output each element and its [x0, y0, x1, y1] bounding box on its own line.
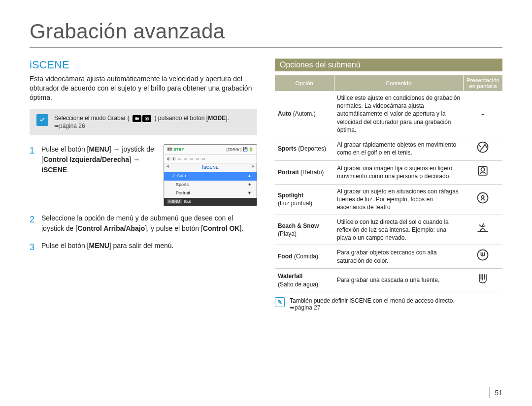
check-icon — [36, 114, 48, 126]
content-cell: Para grabar una cascada o una fuente. — [334, 269, 463, 292]
step-number-2: 2 — [30, 213, 36, 234]
info-icon: ✎ — [275, 297, 285, 307]
lcd-icon-row: ◐◐▭▭▭▭▭ — [164, 155, 257, 163]
th-display: Presentación en pantalla — [463, 75, 502, 91]
mode-icons — [132, 115, 152, 122]
mode-label: MODE — [208, 115, 226, 122]
footnote-text: También puede definir iSCENE con el menú… — [290, 297, 455, 304]
table-row: Beach & Snow(Playa)Utilícelo con luz dir… — [275, 215, 502, 245]
option-cell: Food (Comida) — [275, 245, 334, 269]
display-icon-cell — [463, 184, 502, 215]
beach-icon — [476, 221, 490, 235]
page-ref-27: ➥página 27 — [290, 304, 321, 311]
lcd-tab-label: iSCENE — [198, 163, 223, 172]
display-icon-cell — [463, 215, 502, 245]
content-cell: Para grabar objetos cercanos con alta sa… — [334, 245, 463, 269]
lcd-stby: STBY — [174, 147, 184, 152]
option-cell: Portrait (Retrato) — [275, 160, 334, 184]
option-cell: Waterfall(Salto de agua) — [275, 269, 334, 292]
spotlight-icon — [476, 191, 490, 205]
lcd-item-sports: Sports✦ — [164, 181, 257, 189]
submenu-options-header: Opciones del submenú — [275, 59, 502, 71]
lcd-item-auto: ✓ Auto▲ — [164, 172, 257, 181]
lcd-item-portrait: Portrait▼ — [164, 189, 257, 198]
page-number: 51 — [489, 387, 502, 398]
svg-point-5 — [482, 195, 484, 198]
page-ref-26: ➥página 26 — [54, 123, 85, 129]
display-icon-cell — [463, 160, 502, 184]
waterfall-icon — [476, 272, 490, 285]
step-number-3: 3 — [30, 241, 36, 254]
video-icon — [133, 115, 141, 122]
notice-text-end: ]. — [226, 115, 229, 122]
notice-text-pre: Seleccione el modo Grabar ( — [54, 115, 130, 122]
content-cell: Al grabar un sujeto en situaciones con r… — [334, 184, 463, 215]
notice-text-post: ) pulsando el botón [ — [154, 115, 208, 122]
table-row: Portrait (Retrato)Al grabar una imagen f… — [275, 160, 502, 184]
svg-point-3 — [481, 168, 485, 171]
option-cell: Spotlight(Luz puntual) — [275, 184, 334, 215]
camera-icon — [142, 115, 151, 122]
th-content: Contenido — [334, 75, 463, 91]
table-row: Sports (Deportes)Al grabar rápidamente o… — [275, 137, 502, 160]
option-cell: Auto (Autom.) — [275, 91, 334, 137]
display-icon-cell — [463, 137, 502, 160]
th-option: Opción — [275, 75, 334, 91]
display-icon-cell — [463, 245, 502, 269]
intro-text: Esta videocámara ajusta automáticamente … — [30, 74, 257, 102]
options-table: Opción Contenido Presentación en pantall… — [275, 75, 502, 292]
food-icon — [476, 248, 490, 262]
display-icon-cell — [463, 269, 502, 292]
content-cell: Utilice este ajuste en condiciones de gr… — [334, 91, 463, 137]
page-title: Grabación avanzada — [30, 20, 502, 48]
lcd-footer: MENU Exit — [164, 198, 257, 206]
option-cell: Sports (Deportes) — [275, 137, 334, 160]
svg-point-0 — [146, 118, 147, 119]
content-cell: Al grabar una imagen fija o sujetos en l… — [334, 160, 463, 184]
portrait-icon — [476, 164, 490, 178]
footnote-box: ✎ También puede definir iSCENE con el me… — [275, 297, 502, 311]
lcd-preview: 📼 STBY [254Min] 💾 🔋 ◐◐▭▭▭▭▭ ◀iSCENE▶ ✓ A… — [164, 144, 257, 206]
section-heading-iscene: iSCENE — [30, 59, 257, 71]
lcd-time: [254Min] — [227, 147, 242, 152]
sports-icon — [476, 140, 490, 154]
table-row: Waterfall(Salto de agua)Para grabar una … — [275, 269, 502, 292]
notice-box: Seleccione el modo Grabar ( ) pulsando e… — [30, 109, 257, 136]
step-number-1: 1 — [30, 144, 36, 206]
table-row: Food (Comida)Para grabar objetos cercano… — [275, 245, 502, 269]
content-cell: Al grabar rápidamente objetos en movimie… — [334, 137, 463, 160]
option-cell: Beach & Snow(Playa) — [275, 215, 334, 245]
display-icon-cell: - — [463, 91, 502, 137]
content-cell: Utilícelo con luz directa del sol o cuan… — [334, 215, 463, 245]
table-row: Spotlight(Luz puntual)Al grabar un sujet… — [275, 184, 502, 215]
table-row: Auto (Autom.)Utilice este ajuste en cond… — [275, 91, 502, 137]
